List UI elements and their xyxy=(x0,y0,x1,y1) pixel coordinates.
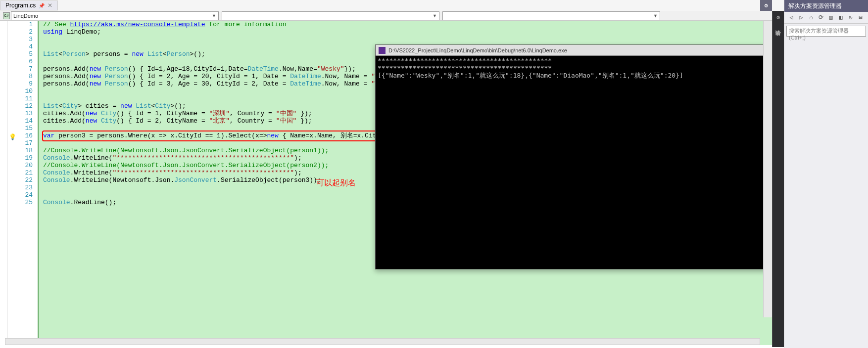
chevron-down-icon: ▼ xyxy=(433,13,437,18)
line-number: 2 xyxy=(8,28,33,36)
forward-icon[interactable]: ▷ xyxy=(797,14,805,22)
horizontal-scrollbar[interactable] xyxy=(5,338,760,345)
gear-icon[interactable]: ⚙ xyxy=(760,0,772,11)
filter-icon[interactable]: ▤ xyxy=(827,14,835,22)
context-value: LinqDemo xyxy=(13,13,38,19)
csharp-icon: C# xyxy=(3,12,10,19)
vertical-scrollbar[interactable] xyxy=(763,21,772,317)
search-input[interactable]: 搜索解决方案资源管理器(Ctrl+;) xyxy=(786,26,866,37)
line-number: 4 xyxy=(8,43,33,50)
line-number: 23 xyxy=(8,184,33,191)
context-toolbar: C# LinqDemo ▼ ▼ ▼ xyxy=(0,11,868,21)
console-icon xyxy=(379,47,386,54)
line-number: 21 xyxy=(8,169,33,176)
line-number: 22 xyxy=(8,176,33,184)
tab-title: Program.cs xyxy=(5,2,36,9)
refresh-icon[interactable]: ↻ xyxy=(847,14,855,22)
tab-bar: Program.cs 📌 ✕ xyxy=(0,0,868,11)
line-number: 5 xyxy=(8,50,33,58)
annotation-text: 可以起别名 xyxy=(316,178,356,188)
line-number: 9 xyxy=(8,80,33,87)
collapse-icon[interactable]: ⊟ xyxy=(857,14,865,22)
line-number: 24 xyxy=(8,191,33,199)
line-number: 8 xyxy=(8,73,33,80)
chevron-down-icon: ▼ xyxy=(653,13,658,18)
line-number: 18 xyxy=(8,147,33,154)
panel-toolbar: ◁ ▷ ⌂ ⟳ ▤ ◧ ↻ ⊟ xyxy=(784,12,868,24)
line-number: 15 xyxy=(8,125,33,132)
home-icon[interactable]: ⌂ xyxy=(807,14,815,22)
pin-icon[interactable]: 📌 xyxy=(39,3,45,8)
type-dropdown[interactable]: ▼ xyxy=(222,11,439,20)
outline-margin xyxy=(0,21,8,345)
sync-icon[interactable]: ⟳ xyxy=(817,14,825,22)
line-number: 14 xyxy=(8,117,33,125)
line-number: 13 xyxy=(8,110,33,117)
close-icon[interactable]: ✕ xyxy=(48,2,52,9)
show-all-icon[interactable]: ◧ xyxy=(837,14,845,22)
line-number: 1 xyxy=(8,21,33,28)
line-number: 7 xyxy=(8,65,33,73)
line-number: 20 xyxy=(8,162,33,169)
line-number: 11 xyxy=(8,95,33,102)
line-number: 12 xyxy=(8,102,33,110)
line-number: 6 xyxy=(8,58,33,65)
line-number: 19 xyxy=(8,154,33,162)
file-tab[interactable]: Program.cs 📌 ✕ xyxy=(0,0,58,10)
chevron-down-icon: ▼ xyxy=(212,13,216,18)
member-dropdown[interactable]: ▼ xyxy=(442,11,660,20)
console-title-text: D:\VS2022_Project\LinqDemo\LinqDemo\bin\… xyxy=(388,47,567,53)
context-dropdown[interactable]: LinqDemo ▼ xyxy=(11,11,219,20)
line-number: 10 xyxy=(8,87,33,95)
panel-title: 解决方案资源管理器 xyxy=(784,0,868,12)
console-titlebar[interactable]: D:\VS2022_Project\LinqDemo\LinqDemo\bin\… xyxy=(376,45,771,56)
line-number: 25 xyxy=(8,199,33,206)
side-strip: ⚙ 诊断 xyxy=(772,11,784,347)
gear-icon[interactable]: ⚙ xyxy=(774,13,783,22)
console-output: ****************************************… xyxy=(376,56,771,80)
lightbulb-icon[interactable]: 💡 xyxy=(9,133,16,141)
line-number: 3 xyxy=(8,36,33,43)
line-gutter: 1 2 3 4 5 6 7 8 9 10 11 12 13 14 15 16 1… xyxy=(8,21,38,345)
solution-explorer: 解决方案资源管理器 ◁ ▷ ⌂ ⟳ ▤ ◧ ↻ ⊟ 搜索解决方案资源管理器(Ct… xyxy=(784,0,868,348)
back-icon[interactable]: ◁ xyxy=(787,14,795,22)
console-window[interactable]: D:\VS2022_Project\LinqDemo\LinqDemo\bin\… xyxy=(375,44,771,269)
